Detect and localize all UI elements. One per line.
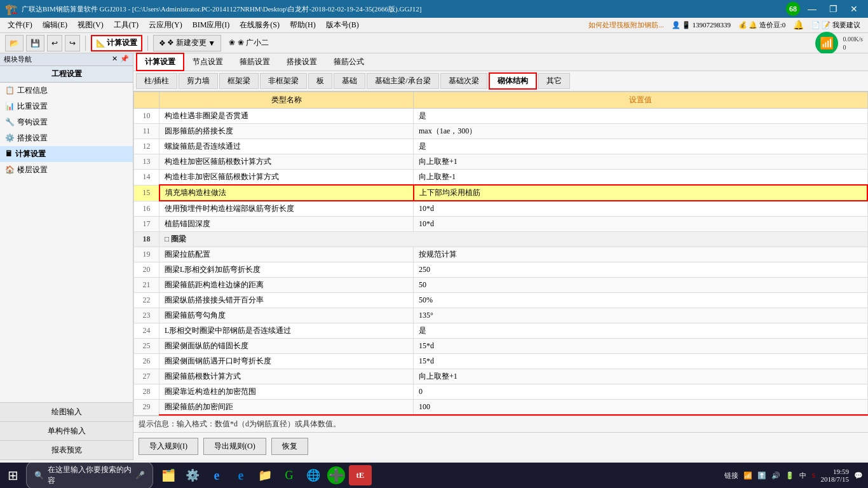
- row-value[interactable]: 15*d: [414, 339, 868, 354]
- row-value[interactable]: max（1ae，300）: [414, 124, 868, 139]
- export-rules-button[interactable]: 导出规则(O): [203, 438, 266, 455]
- table-row[interactable]: 19 圈梁拉筋配置 按规范计算: [134, 247, 868, 262]
- sub-tab-foundation-secondary[interactable]: 基础次梁: [440, 73, 487, 89]
- redo-button[interactable]: ↪: [65, 35, 80, 51]
- taskbar-search[interactable]: 🔍 在这里输入你要搜索的内容 🎤: [26, 461, 153, 488]
- row-value[interactable]: 上下部均采用植筋: [414, 185, 868, 201]
- sub-tab-column[interactable]: 柱/插柱: [136, 73, 177, 89]
- calc-settings-toolbar-btn[interactable]: 📐 计算设置: [91, 35, 142, 51]
- menu-version[interactable]: 版本号(B): [321, 18, 364, 32]
- row-value[interactable]: 是: [414, 323, 868, 339]
- sub-tab-foundation-beam[interactable]: 基础主梁/承台梁: [367, 73, 438, 89]
- taskbar-icon-plus[interactable]: ➕: [327, 466, 345, 484]
- row-value[interactable]: 135°: [414, 308, 868, 323]
- sub-tab-foundation[interactable]: 基础: [334, 73, 365, 89]
- row-value[interactable]: 向上取整-1: [414, 170, 868, 186]
- row-value[interactable]: 向上取整+1: [414, 369, 868, 384]
- taskbar-icon-task[interactable]: 🗂️: [158, 465, 179, 485]
- row-value[interactable]: 50%: [414, 293, 868, 308]
- sidebar-item-overlap[interactable]: ⚙️ 搭接设置: [0, 130, 133, 146]
- sub-tab-nonframe[interactable]: 非框架梁: [260, 73, 307, 89]
- row-value[interactable]: 15*d: [414, 354, 868, 369]
- table-row[interactable]: 24 L形相交时圈梁中部钢筋是否连续通过 是: [134, 323, 868, 339]
- table-row[interactable]: 17 植筋锚固深度 10*d: [134, 217, 868, 232]
- table-row[interactable]: 14 构造柱非加密区箍筋根数计算方式 向上取整-1: [134, 170, 868, 186]
- menu-help[interactable]: 帮助(H): [285, 18, 321, 32]
- tab-rebar-formula[interactable]: 箍筋公式: [325, 53, 372, 71]
- table-row[interactable]: 28 圈梁靠近构造柱的加密范围 0: [134, 384, 868, 400]
- menu-online[interactable]: 在线服务(S): [234, 18, 285, 32]
- menu-cloud[interactable]: 云应用(Y): [144, 18, 187, 32]
- suggest-btn[interactable]: 📄 📝 我要建议: [811, 20, 860, 30]
- table-row[interactable]: 11 圆形箍筋的搭接长度 max（1ae，300）: [134, 124, 868, 139]
- row-value[interactable]: 50: [414, 278, 868, 293]
- sub-tab-slab[interactable]: 板: [308, 73, 332, 89]
- taskbar-icon-green[interactable]: G: [279, 465, 299, 485]
- row-value[interactable]: 10*d: [414, 201, 868, 217]
- row-value[interactable]: 250: [414, 262, 868, 278]
- report-preview-button[interactable]: 报表预览: [0, 441, 133, 460]
- sidebar-item-calc[interactable]: 🖩 计算设置: [0, 146, 133, 162]
- taskbar-icon-te[interactable]: tE: [349, 465, 372, 485]
- restore-button[interactable]: ❐: [824, 2, 843, 16]
- table-row[interactable]: 21 圈梁箍筋距构造柱边缘的距离 50: [134, 278, 868, 293]
- menu-view[interactable]: 视图(V): [72, 18, 109, 32]
- taskbar-icon-folder[interactable]: 📁: [255, 465, 275, 485]
- table-row[interactable]: 15 填充墙构造柱做法 上下部均采用植筋: [134, 185, 868, 201]
- taskbar-icon-edge[interactable]: e: [231, 465, 251, 485]
- table-row[interactable]: 29 圈梁箍筋的加密间距 100: [134, 400, 868, 416]
- sidebar-item-project-info[interactable]: 📋 工程信息: [0, 83, 133, 98]
- tab-node-settings[interactable]: 节点设置: [184, 53, 231, 71]
- sub-tab-frame[interactable]: 框架梁: [219, 73, 259, 89]
- start-button[interactable]: ⊞: [5, 465, 21, 485]
- new-change-button[interactable]: ❖ ❖ 新建变更 ▼: [153, 35, 221, 51]
- row-value[interactable]: 100: [414, 400, 868, 416]
- undo-button[interactable]: ↩: [47, 35, 62, 51]
- table-row[interactable]: 12 螺旋箍筋是否连续通过 是: [134, 139, 868, 154]
- close-sidebar-icon[interactable]: ✕: [112, 55, 118, 63]
- row-value[interactable]: 是: [414, 139, 868, 154]
- table-row[interactable]: 16 使用预埋件时构造柱端部纵筋弯折长度 10*d: [134, 201, 868, 217]
- sidebar-item-weight[interactable]: 📊 比重设置: [0, 98, 133, 114]
- component-input-button[interactable]: 单构件输入: [0, 422, 133, 441]
- table-row[interactable]: 18 □ 圈梁: [134, 232, 868, 247]
- taskbar-icon-globe[interactable]: 🌐: [303, 465, 323, 485]
- row-value[interactable]: 向上取整+1: [414, 154, 868, 170]
- minimize-button[interactable]: —: [803, 2, 822, 16]
- menu-file[interactable]: 文件(F): [3, 18, 37, 32]
- table-row[interactable]: 13 构造柱加密区箍筋根数计算方式 向上取整+1: [134, 154, 868, 170]
- taskbar-icon-settings[interactable]: ⚙️: [182, 465, 203, 485]
- table-row[interactable]: 10 构造柱遇非圈梁是否贯通 是: [134, 109, 868, 124]
- table-row[interactable]: 27 圈梁箍筋根数计算方式 向上取整+1: [134, 369, 868, 384]
- table-row[interactable]: 26 圈梁侧面钢筋遇开口时弯折长度 15*d: [134, 354, 868, 369]
- table-row[interactable]: 22 圈梁纵筋搭接接头错开百分率 50%: [134, 293, 868, 308]
- sidebar-item-hook[interactable]: 🔧 弯钩设置: [0, 114, 133, 130]
- draw-input-button[interactable]: 绘图输入: [0, 403, 133, 422]
- menu-bim[interactable]: BIM应用(I): [187, 18, 235, 32]
- restore-button[interactable]: 恢复: [271, 438, 308, 455]
- save-button[interactable]: 💾: [26, 35, 44, 51]
- tab-overlap-settings[interactable]: 搭接设置: [278, 53, 325, 71]
- menu-edit[interactable]: 编辑(E): [37, 18, 72, 32]
- tab-calc-settings[interactable]: 计算设置: [136, 53, 184, 71]
- row-value[interactable]: 0: [414, 384, 868, 400]
- sub-tab-other[interactable]: 其它: [538, 73, 570, 89]
- row-value[interactable]: 按规范计算: [414, 247, 868, 262]
- sub-tab-masonry[interactable]: 砌体结构: [489, 72, 537, 90]
- pin-icon[interactable]: 📌: [120, 55, 129, 63]
- row-value[interactable]: 10*d: [414, 217, 868, 232]
- taskbar-icon-ie[interactable]: e: [207, 465, 227, 485]
- row-num: 18: [134, 232, 159, 247]
- sidebar-item-floor[interactable]: 🏠 楼层设置: [0, 162, 133, 178]
- open-button[interactable]: 📂: [5, 35, 24, 51]
- sub-tab-shearwall[interactable]: 剪力墙: [179, 73, 218, 89]
- close-button[interactable]: ✕: [845, 2, 863, 16]
- tab-rebar-settings[interactable]: 箍筋设置: [231, 53, 278, 71]
- import-rules-button[interactable]: 导入规则(I): [139, 438, 198, 455]
- data-table[interactable]: 类型名称 设置值 10 构造柱遇非圈梁是否贯通 是 11 圆形箍筋的搭接长度 m…: [133, 92, 868, 416]
- table-row[interactable]: 20 圈梁L形相交斜加筋弯折长度 250: [134, 262, 868, 278]
- menu-tools[interactable]: 工具(T): [109, 18, 144, 32]
- table-row[interactable]: 25 圈梁侧面纵筋的锚固长度 15*d: [134, 339, 868, 354]
- row-value[interactable]: 是: [414, 109, 868, 124]
- table-row[interactable]: 23 圈梁箍筋弯勾角度 135°: [134, 308, 868, 323]
